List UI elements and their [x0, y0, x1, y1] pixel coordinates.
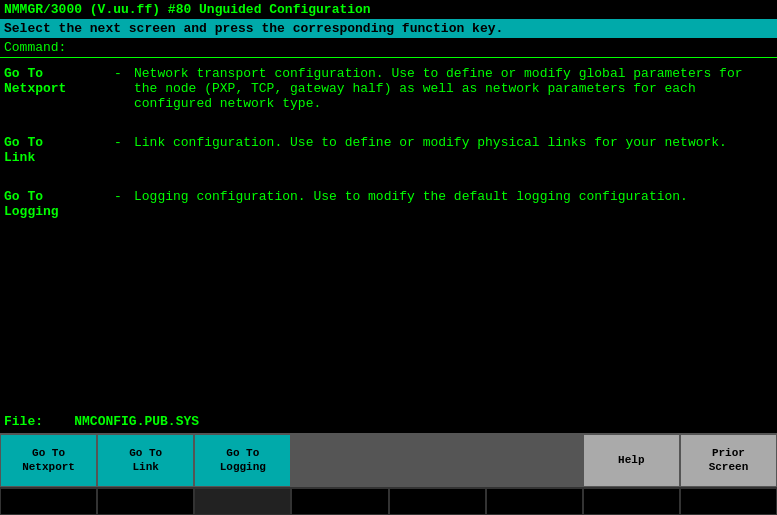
fkey-goto-link[interactable]: Go ToLink — [97, 434, 194, 487]
file-label: File: — [4, 414, 43, 429]
section-netxport-desc: Network transport configuration. Use to … — [134, 66, 773, 111]
fkey-prior-screen[interactable]: PriorScreen — [680, 434, 777, 487]
fkey-bottom-row — [0, 487, 777, 515]
fkey-bottom-5 — [389, 488, 486, 515]
goto-link-line2: Link — [4, 150, 114, 165]
section-logging: Go To Logging - Logging configuration. U… — [4, 189, 773, 219]
fkey-bottom-6 — [486, 488, 583, 515]
main-screen: NMMGR/3000 (V.uu.ff) #80 Unguided Config… — [0, 0, 777, 515]
section-netxport-label: Go To Netxport — [4, 66, 114, 111]
fkey-bottom-3 — [194, 488, 291, 515]
command-label: Command: — [4, 40, 66, 55]
fkey-bottom-1 — [0, 488, 97, 515]
main-content: Go To Netxport - Network transport confi… — [0, 58, 777, 410]
fkey-help[interactable]: Help — [583, 434, 680, 487]
file-bar: File: NMCONFIG.PUB.SYS — [0, 410, 777, 433]
goto-link-line1: Go To — [4, 135, 114, 150]
section-logging-desc: Logging configuration. Use to modify the… — [134, 189, 773, 219]
command-line: Command: — [0, 38, 777, 58]
file-value: NMCONFIG.PUB.SYS — [74, 414, 199, 429]
fkey-f4 — [291, 434, 388, 487]
section-link-label: Go To Link — [4, 135, 114, 165]
section-netxport-dash: - — [114, 66, 134, 111]
fkey-goto-netxport[interactable]: Go ToNetxport — [0, 434, 97, 487]
goto-logging-line1: Go To — [4, 189, 114, 204]
header-bar: Select the next screen and press the cor… — [0, 19, 777, 38]
title-bar: NMMGR/3000 (V.uu.ff) #80 Unguided Config… — [0, 0, 777, 19]
section-link-desc: Link configuration. Use to define or mod… — [134, 135, 773, 165]
section-link-dash: - — [114, 135, 134, 165]
fkey-f5 — [389, 434, 486, 487]
fkey-bottom-2 — [97, 488, 194, 515]
section-logging-dash: - — [114, 189, 134, 219]
header-text: Select the next screen and press the cor… — [4, 21, 503, 36]
fkey-f6 — [486, 434, 583, 487]
fkey-goto-logging[interactable]: Go ToLogging — [194, 434, 291, 487]
section-link: Go To Link - Link configuration. Use to … — [4, 135, 773, 165]
goto-logging-line2: Logging — [4, 204, 114, 219]
title-text: NMMGR/3000 (V.uu.ff) #80 Unguided Config… — [4, 2, 371, 17]
goto-netxport-line1: Go To — [4, 66, 114, 81]
section-netxport: Go To Netxport - Network transport confi… — [4, 66, 773, 111]
section-logging-label: Go To Logging — [4, 189, 114, 219]
goto-netxport-line2: Netxport — [4, 81, 114, 96]
fkey-bottom-8 — [680, 488, 777, 515]
function-keys-row: Go ToNetxport Go ToLink Go ToLogging Hel… — [0, 433, 777, 487]
fkey-bottom-7 — [583, 488, 680, 515]
fkey-bottom-4 — [291, 488, 388, 515]
